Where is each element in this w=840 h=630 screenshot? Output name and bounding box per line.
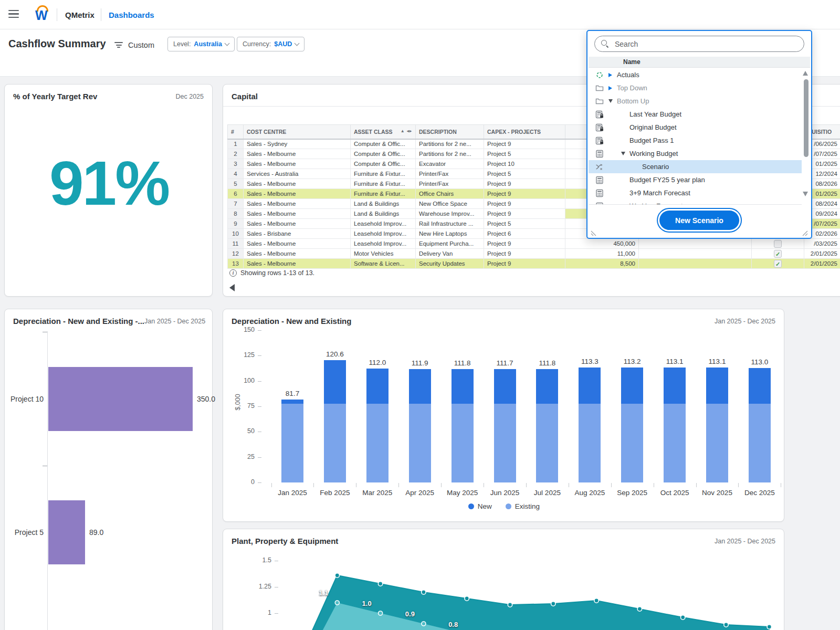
resize-handle-icon[interactable]: [591, 230, 596, 236]
point-value-label: 1.1: [314, 589, 332, 597]
y-tick-mark: [258, 406, 261, 407]
tree-item-label: Last Year Budget: [629, 110, 681, 118]
chevron-down-icon: [295, 40, 300, 46]
value-label: 350.0: [197, 395, 215, 403]
tree-item-working-budget[interactable]: Working Budget: [589, 147, 802, 160]
legend-item-new[interactable]: New: [468, 502, 492, 510]
cell-row-number: 5: [228, 179, 244, 189]
calc-icon: [595, 188, 604, 197]
column-header-description[interactable]: DESCRIPTION: [416, 125, 484, 139]
tree-item-scenario[interactable]: Scenario: [589, 160, 802, 173]
resize-handle-icon[interactable]: [802, 230, 808, 236]
scrollbar-down-icon[interactable]: [803, 192, 808, 196]
legend-dot: [506, 503, 511, 509]
total-value-label: 81.7: [274, 390, 311, 397]
expander-collapsed-icon[interactable]: [608, 73, 617, 77]
stacked-bar-mar-2025: [366, 369, 388, 482]
cell-description: Partitions for 2 ne...: [416, 139, 484, 149]
table-row[interactable]: 12Sales - MelbourneMotor VehiclesDeliver…: [228, 249, 840, 259]
sort-and-resize-icons[interactable]: ▲ ◂▸: [401, 129, 412, 133]
table-row[interactable]: 13Sales - MelbourneSoftware & Licen...Se…: [228, 259, 840, 269]
segment-new: [324, 360, 346, 404]
y-tick-mark: [258, 457, 261, 458]
x-tick-label: Jan 2025: [269, 489, 316, 497]
cell-cost-centre: Sales - Melbourne: [244, 149, 351, 159]
tree-item-actuals[interactable]: Actuals: [589, 68, 802, 81]
cell-acquisition-date: 2/01/2025: [804, 259, 840, 269]
tree-item-bottom-up[interactable]: Bottom Up: [589, 94, 802, 108]
expander-collapsed-icon[interactable]: [608, 86, 617, 90]
column-header-num[interactable]: #: [228, 125, 244, 139]
segment-new: [366, 369, 388, 404]
stacked-bar-sep-2025: [621, 368, 643, 482]
new-scenario-button[interactable]: New Scenario: [659, 211, 739, 230]
x-tick-mark: [696, 483, 697, 487]
custom-filter-button[interactable]: Custom: [114, 41, 154, 49]
column-header-asset-class[interactable]: ASSET CLASS▲ ◂▸: [351, 125, 416, 139]
cell-row-number: 11: [228, 239, 244, 249]
tree-item-budget-fy25-5-year-plan[interactable]: Budget FY25 5 year plan: [589, 173, 802, 186]
hscroll-left-arrow[interactable]: [229, 284, 235, 291]
kpi-period: Dec 2025: [175, 92, 204, 100]
cell-description: Partitions for 2 ne...: [416, 149, 484, 159]
calc-lock-icon: [595, 123, 604, 132]
search-input[interactable]: [614, 39, 787, 49]
cell-cost-centre: Sales - Sydney: [244, 139, 351, 149]
expander-expanded-icon[interactable]: [621, 152, 629, 155]
tree-item-budget-pass-1[interactable]: Budget Pass 1: [589, 134, 802, 147]
tree-item-last-year-budget[interactable]: Last Year Budget: [589, 108, 802, 121]
ppe-chart-panel: Plant, Property & Equipment Jan 2025 - D…: [223, 529, 784, 630]
cell-acquisition-date: /03/2025: [804, 239, 840, 249]
level-dropdown[interactable]: Level: Australia: [167, 37, 235, 51]
x-tick-mark: [526, 483, 527, 487]
y-tick-mark: [258, 355, 261, 356]
y-tick-mark: [258, 482, 261, 483]
cell-asset-class: Computer & Offic...: [351, 159, 416, 169]
scrollbar-thumb[interactable]: [804, 79, 808, 157]
total-value-label: 120.6: [317, 350, 353, 358]
cell-row-number: 10: [228, 229, 244, 239]
currency-dropdown[interactable]: Currency: $AUD: [237, 37, 304, 51]
cell-description: Warehouse Improv...: [416, 209, 484, 219]
cell-row-number: 8: [228, 209, 244, 219]
cell-asset-class: Software & Licen...: [351, 259, 416, 269]
cell-asset-class: Leasehold Improv...: [351, 219, 416, 229]
x-tick-label: May 2025: [439, 489, 486, 497]
x-tick-mark: [484, 483, 484, 487]
popup-name-column-header: Name: [589, 57, 810, 68]
tree-item-3-9-march-forecast[interactable]: 3+9 March Forecast: [589, 186, 802, 200]
segment-existing: [366, 404, 388, 482]
x-tick-label: Oct 2025: [651, 489, 698, 497]
cell-extra: [639, 249, 752, 259]
checkbox-checked[interactable]: ✓: [774, 260, 782, 268]
checkbox-checked[interactable]: ✓: [774, 250, 782, 258]
x-tick-mark: [271, 483, 272, 487]
segment-existing: [281, 404, 303, 482]
cell-row-number: 13: [228, 259, 244, 269]
stacked-bar-jan-2025: [281, 400, 303, 482]
segment-existing: [749, 404, 771, 482]
stacked-bar-dec-2025: [749, 368, 771, 482]
tree-item-working-forecast[interactable]: Working Forecast: [589, 200, 802, 205]
table-row[interactable]: 11Sales - MelbourneLeasehold Improv...Eq…: [228, 239, 840, 249]
hamburger-menu-icon[interactable]: [8, 10, 19, 18]
legend-item-existing[interactable]: Existing: [506, 502, 540, 510]
cell-cost-centre: Sales - Melbourne: [244, 239, 351, 249]
tree-item-top-down[interactable]: Top Down: [589, 81, 802, 94]
nav-dashboards-link[interactable]: Dashboards: [109, 10, 154, 19]
column-header-cost-centre[interactable]: COST CENTRE: [244, 125, 351, 139]
scrollbar-up-icon[interactable]: [803, 71, 808, 76]
column-header-capex[interactable]: CAPEX - PROJECTS: [484, 125, 565, 139]
checkbox-unchecked[interactable]: [774, 240, 782, 248]
tree-item-original-budget[interactable]: Original Budget: [589, 121, 802, 134]
data-point: [551, 602, 555, 606]
expander-expanded-icon[interactable]: [608, 99, 617, 103]
tree-item-label: Original Budget: [629, 123, 677, 131]
cell-capex-project: Project 5: [484, 149, 565, 159]
total-value-label: 111.8: [529, 359, 565, 367]
table-footer: i Showing rows 1-13 of 13.: [229, 269, 314, 277]
page-title: Cashflow Summary: [8, 38, 106, 50]
y-tick-mark: [258, 381, 261, 382]
stacked-bar-oct-2025: [664, 368, 686, 482]
x-tick-mark: [398, 483, 399, 487]
